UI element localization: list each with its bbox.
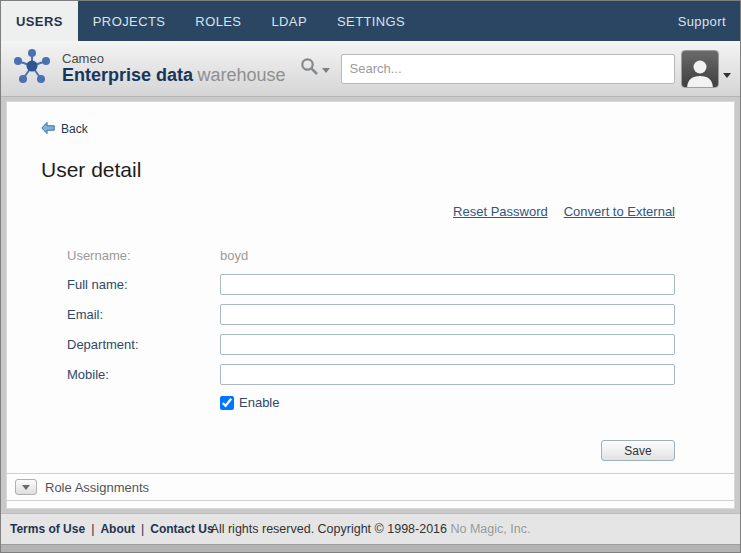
tab-ldap-label: LDAP xyxy=(271,14,307,29)
tab-users[interactable]: USERS xyxy=(1,1,78,41)
copyright-main: All rights reserved. Copyright © 1998-20… xyxy=(211,522,447,536)
tab-projects-label: PROJECTS xyxy=(93,14,166,29)
network-logo-icon xyxy=(10,46,54,92)
tab-ldap[interactable]: LDAP xyxy=(256,1,322,41)
logo-line1: Cameo xyxy=(62,52,286,66)
top-navigation: USERS PROJECTS ROLES LDAP SETTINGS Suppo… xyxy=(1,1,740,41)
username-label: Username: xyxy=(67,248,220,263)
reset-password-link[interactable]: Reset Password xyxy=(453,204,548,219)
about-link[interactable]: About xyxy=(100,522,135,536)
logo-text: Cameo Enterprise data warehouse xyxy=(62,52,286,85)
tab-projects[interactable]: PROJECTS xyxy=(78,1,181,41)
full-name-input[interactable] xyxy=(220,274,675,295)
tab-settings[interactable]: SETTINGS xyxy=(322,1,420,41)
email-row: Email: xyxy=(67,304,675,325)
username-row: Username: boyd xyxy=(67,245,675,265)
support-label: Support xyxy=(678,14,726,29)
person-icon xyxy=(684,57,716,87)
tab-settings-label: SETTINGS xyxy=(337,14,405,29)
search-group xyxy=(300,54,675,84)
footer-links: Terms of Use | About | Contact Us xyxy=(10,522,214,536)
copyright-company: No Magic, Inc. xyxy=(451,522,531,536)
user-menu xyxy=(681,50,731,88)
app-logo: Cameo Enterprise data warehouse xyxy=(10,46,286,92)
user-detail-panel: Back User detail Reset Password Convert … xyxy=(6,101,735,509)
app-window: USERS PROJECTS ROLES LDAP SETTINGS Suppo… xyxy=(0,0,741,553)
username-value: boyd xyxy=(220,248,248,263)
save-row: Save xyxy=(67,440,675,461)
search-icon[interactable] xyxy=(300,57,319,80)
full-name-row: Full name: xyxy=(67,274,675,295)
logo-bold: Enterprise data xyxy=(62,65,193,85)
user-detail-form: Username: boyd Full name: Email: Departm… xyxy=(41,245,675,461)
avatar[interactable] xyxy=(681,50,719,88)
mobile-label: Mobile: xyxy=(67,367,220,382)
department-row: Department: xyxy=(67,334,675,355)
window-bottom-strip xyxy=(1,544,740,552)
footer-separator: | xyxy=(141,522,144,536)
role-assignments-section: Role Assignments xyxy=(7,473,734,501)
nav-spacer xyxy=(420,1,663,41)
header-bar: Cameo Enterprise data warehouse xyxy=(1,41,740,97)
department-label: Department: xyxy=(67,337,220,352)
search-scope-caret-icon[interactable] xyxy=(322,68,330,73)
enable-checkbox[interactable] xyxy=(220,396,234,410)
role-assignments-label: Role Assignments xyxy=(45,480,149,495)
back-arrow-icon xyxy=(41,120,55,138)
save-button[interactable]: Save xyxy=(601,440,675,461)
support-link[interactable]: Support xyxy=(664,1,740,41)
mobile-row: Mobile: xyxy=(67,364,675,385)
department-input[interactable] xyxy=(220,334,675,355)
full-name-label: Full name: xyxy=(67,277,220,292)
tab-roles[interactable]: ROLES xyxy=(180,1,256,41)
email-label: Email: xyxy=(67,307,220,322)
logo-line2: Enterprise data warehouse xyxy=(62,66,286,85)
tab-roles-label: ROLES xyxy=(195,14,241,29)
tab-users-label: USERS xyxy=(16,14,63,29)
content-wrapper: Back User detail Reset Password Convert … xyxy=(1,97,740,513)
back-label: Back xyxy=(61,122,88,136)
enable-row: Enable xyxy=(67,395,675,410)
action-links: Reset Password Convert to External xyxy=(41,204,675,219)
convert-to-external-link[interactable]: Convert to External xyxy=(564,204,675,219)
enable-label: Enable xyxy=(239,395,279,410)
role-assignments-toggle[interactable] xyxy=(15,479,37,495)
user-menu-caret-icon[interactable] xyxy=(723,73,731,78)
back-link[interactable]: Back xyxy=(41,120,101,138)
terms-of-use-link[interactable]: Terms of Use xyxy=(10,522,85,536)
logo-light: warehouse xyxy=(198,65,286,85)
email-input[interactable] xyxy=(220,304,675,325)
chevron-down-icon xyxy=(22,485,30,490)
page-title: User detail xyxy=(41,158,700,182)
footer-bar: Terms of Use | About | Contact Us All ri… xyxy=(1,513,740,544)
contact-us-link[interactable]: Contact Us xyxy=(150,522,213,536)
mobile-input[interactable] xyxy=(220,364,675,385)
footer-separator: | xyxy=(91,522,94,536)
search-input[interactable] xyxy=(341,54,675,84)
